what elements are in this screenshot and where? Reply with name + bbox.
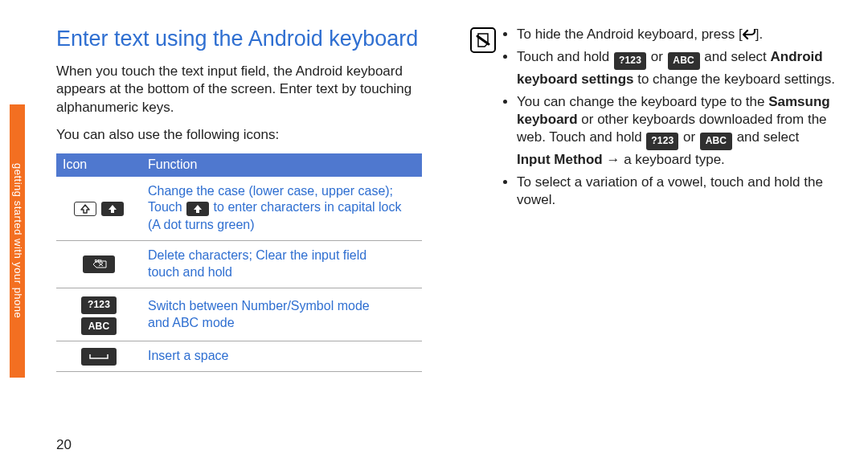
func-text: touch and hold: [148, 265, 232, 279]
abc-mode-icon: ABC: [700, 133, 732, 150]
back-icon: [743, 27, 755, 42]
intro-paragraph: When you touch the text input field, the…: [56, 63, 422, 116]
note-text: or: [679, 129, 699, 145]
func-cell: Insert a space: [141, 341, 422, 372]
space-icon: [81, 348, 117, 366]
subintro-paragraph: You can also use the following icons:: [56, 126, 422, 144]
func-cell: Change the case (lower case, upper case)…: [141, 177, 422, 241]
abc-mode-icon: ABC: [81, 317, 117, 335]
func-text: Delete characters; Clear the input field: [148, 248, 366, 262]
note-bold: Input Method: [517, 152, 603, 167]
num-mode-icon: ?123: [614, 52, 646, 70]
right-column: To hide the Android keyboard, press []. …: [470, 26, 836, 470]
func-text: Change the case (lower case, upper case)…: [148, 184, 393, 198]
note-icon: [470, 27, 496, 53]
list-item: To select a variation of a vowel, touch …: [517, 174, 836, 209]
icon-table: Icon Function Change t: [56, 153, 422, 373]
abc-mode-icon: ABC: [668, 52, 700, 70]
note-text: ].: [755, 27, 763, 42]
page-number: 20: [56, 436, 72, 454]
shift-outline-icon: [74, 202, 96, 216]
table-row: Insert a space: [56, 341, 422, 372]
func-text: Insert a space: [148, 349, 229, 362]
note-text: To select a variation of a vowel, touch …: [517, 174, 823, 207]
note-text: to change the keyboard settings.: [634, 72, 835, 87]
note-text: and select: [733, 129, 799, 145]
num-mode-icon: ?123: [81, 296, 117, 314]
func-cell: Switch between Number/Symbol mode and AB…: [141, 288, 422, 341]
note-block: To hide the Android keyboard, press []. …: [470, 26, 836, 214]
shift-solid-icon: [101, 202, 124, 216]
icon-cell-shift: [56, 177, 141, 241]
icon-cell-delete: DEL: [56, 241, 141, 288]
func-text: Switch between Number/Symbol mode: [148, 299, 370, 313]
page-title: Enter text using the Android keyboard: [56, 26, 422, 51]
th-icon: Icon: [56, 153, 141, 177]
note-text: → a keyboard type.: [603, 152, 725, 167]
page-content: Enter text using the Android keyboard Wh…: [56, 26, 836, 470]
num-mode-icon: ?123: [646, 133, 678, 150]
func-cell: Delete characters; Clear the input field…: [141, 241, 422, 288]
delete-icon: DEL: [83, 255, 115, 273]
shift-inline-icon: [186, 202, 209, 216]
note-text: Touch and hold: [517, 49, 613, 64]
note-text: To hide the Android keyboard, press [: [517, 27, 743, 42]
list-item: Touch and hold ?123 or ABC and select An…: [517, 48, 836, 88]
note-list: To hide the Android keyboard, press []. …: [504, 26, 836, 214]
table-row: Change the case (lower case, upper case)…: [56, 177, 422, 241]
note-text: or: [647, 49, 667, 64]
func-text: and ABC mode: [148, 316, 235, 329]
icon-cell-mode: ?123 ABC: [56, 288, 141, 341]
table-row: ?123 ABC Switch between Number/Symbol mo…: [56, 288, 422, 341]
left-column: Enter text using the Android keyboard Wh…: [56, 26, 422, 470]
list-item: You can change the keyboard type to the …: [517, 93, 836, 169]
icon-cell-space: [56, 341, 141, 372]
side-tab-label: getting started with your phone: [10, 163, 24, 318]
func-text: Touch: [148, 200, 186, 214]
note-text: You can change the keyboard type to the: [517, 94, 768, 109]
table-row: DEL Delete characters; Clear the input f…: [56, 241, 422, 288]
list-item: To hide the Android keyboard, press [].: [517, 26, 836, 43]
th-function: Function: [141, 153, 422, 177]
side-tab: getting started with your phone: [10, 104, 25, 378]
note-text: and select: [701, 49, 771, 64]
